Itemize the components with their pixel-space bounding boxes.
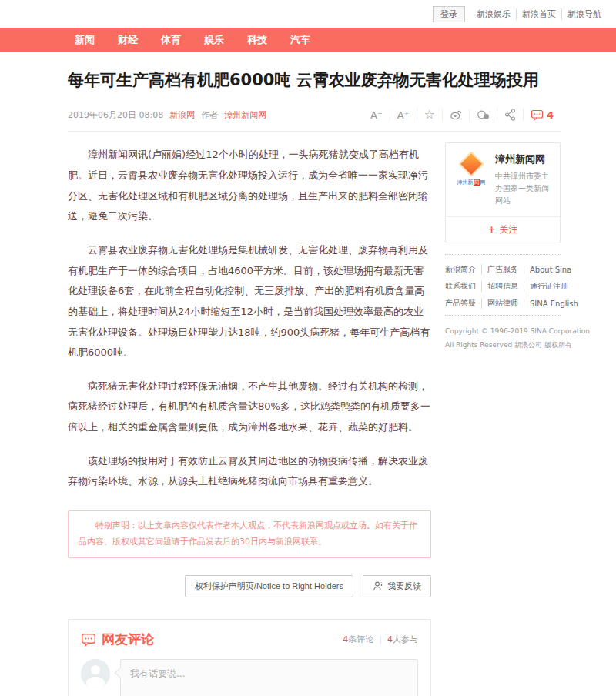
main-nav: 新闻 财经 体育 娱乐 科技 汽车	[0, 28, 616, 52]
feedback-button[interactable]: 我要反馈	[363, 575, 431, 597]
login-button[interactable]: 登录	[433, 6, 465, 22]
participants-count: 4	[387, 634, 393, 644]
page-title: 每年可生产高档有机肥6000吨 云霄农业废弃物无害化处理场投用	[68, 69, 561, 92]
link-contact-us[interactable]: 联系我们	[445, 281, 481, 292]
comments-stats: 4条评论|4人参与	[343, 634, 418, 645]
columns: 漳州新闻网讯(卢丽娟)经过12个小时的处理，一头病死猪就变成了高档有机肥。近日，…	[68, 132, 561, 696]
source-card: 漳州新闻网 漳州新闻网 中共漳州市委主办国家一类新闻网站 +关注	[445, 142, 561, 243]
default-user-avatar	[81, 659, 110, 688]
article-meta: 2019年06月20日 08:08 新浪网 作者 漳州新闻网 A⁻ A⁺ ☆	[68, 109, 561, 132]
link-passport-register[interactable]: 通行证注册	[524, 281, 574, 292]
follow-button[interactable]: +关注	[446, 216, 560, 243]
comment-input-wrap	[120, 659, 418, 696]
favorite-star-icon[interactable]: ☆	[417, 109, 442, 121]
link-site-lawyer[interactable]: 网站律师	[481, 298, 524, 309]
nav-item-ent[interactable]: 娱乐	[192, 33, 236, 47]
top-bar: 登录 新浪娱乐 新浪首页 新浪导航	[0, 0, 616, 28]
person-feedback-icon	[373, 581, 383, 591]
article-toolbar: A⁻ A⁺ ☆	[363, 109, 561, 121]
article-source-link[interactable]: 新浪网	[169, 109, 195, 121]
special-statement: 特别声明：以上文章内容仅代表作者本人观点，不代表新浪网观点或立场。如有关于作品内…	[68, 510, 431, 558]
zhangzhou-news-logo[interactable]: 漳州新闻网	[454, 152, 489, 207]
nav-item-sports[interactable]: 体育	[149, 33, 192, 47]
author-label: 作者	[201, 109, 218, 121]
copyright: Copyright © 1996-2019 SINA Corporation A…	[445, 325, 561, 351]
comments-header: 网友评论 4条评论|4人参与	[81, 631, 418, 648]
font-decrease-icon[interactable]: A⁻	[363, 110, 390, 120]
link-about-sina[interactable]: About Sina	[524, 266, 577, 274]
article-paragraph: 病死猪无害化处理过程环保无油烟，不产生其他废物。经过有关机构的检测，病死猪经过处…	[68, 376, 431, 438]
comments-title: 网友评论	[81, 631, 154, 648]
top-links: 新浪娱乐 新浪首页 新浪导航	[471, 8, 607, 20]
plus-icon: +	[487, 224, 495, 235]
link-ad-service[interactable]: 广告服务	[481, 264, 524, 275]
font-increase-icon[interactable]: A⁺	[390, 110, 417, 120]
article-actions: 权利保护声明页/Notice to Right Holders 我要反馈	[68, 575, 431, 597]
article-author-link[interactable]: 漳州新闻网	[224, 109, 266, 121]
sidebar-links: 新浪简介 广告服务 About Sina 联系我们 招聘信息 通行证注册 产品答…	[445, 254, 561, 316]
link-jobs[interactable]: 招聘信息	[481, 281, 524, 292]
nav-item-finance[interactable]: 财经	[106, 33, 149, 47]
main-column: 漳州新闻网讯(卢丽娟)经过12个小时的处理，一头病死猪就变成了高档有机肥。近日，…	[68, 132, 431, 696]
link-sina-intro[interactable]: 新浪简介	[445, 264, 481, 275]
comments-card: 网友评论 4条评论|4人参与 登录 | 注册 发布	[68, 619, 431, 696]
rights-notice-button[interactable]: 权利保护声明页/Notice to Right Holders	[185, 575, 353, 597]
content-container: 每年可生产高档有机肥6000吨 云霄农业废弃物无害化处理场投用 2019年06月…	[68, 52, 561, 696]
comment-bubble-icon	[81, 632, 96, 647]
source-card-desc: 中共漳州市委主办国家一类新闻网站	[495, 170, 552, 207]
nav-item-tech[interactable]: 科技	[236, 33, 279, 47]
article-paragraph: 该处理场的投用对于有效防止云霄及其周边地区的动物疫病传播，解决农业废弃物污染环境…	[68, 451, 431, 492]
link-sina-home[interactable]: 新浪首页	[516, 8, 561, 20]
link-sina-nav[interactable]: 新浪导航	[561, 8, 607, 20]
nav-item-news[interactable]: 新闻	[63, 33, 106, 47]
nav-item-auto[interactable]: 汽车	[279, 33, 322, 47]
link-sina-english[interactable]: SINA English	[524, 299, 584, 308]
comment-count-badge: 4	[547, 110, 554, 120]
comment-compose-row	[81, 659, 418, 696]
link-product-faq[interactable]: 产品答疑	[445, 298, 481, 309]
share-nodes-icon[interactable]	[497, 109, 523, 121]
link-sina-ent[interactable]: 新浪娱乐	[471, 8, 516, 20]
article-body: 漳州新闻网讯(卢丽娟)经过12个小时的处理，一头病死猪就变成了高档有机肥。近日，…	[68, 145, 431, 492]
sidebar: 漳州新闻网 漳州新闻网 中共漳州市委主办国家一类新闻网站 +关注 新浪简介 广告…	[445, 132, 561, 351]
wechat-share-icon[interactable]	[469, 109, 497, 121]
comment-input[interactable]	[120, 659, 418, 696]
article-paragraph: 漳州新闻网讯(卢丽娟)经过12个小时的处理，一头病死猪就变成了高档有机肥。近日，…	[68, 145, 431, 227]
logo-diamond-icon	[458, 151, 484, 177]
article-date: 2019年06月20日 08:08	[68, 109, 163, 121]
comment-count-icon[interactable]: 4	[523, 109, 561, 121]
article-paragraph: 云霄县农业废弃物无害化处理场是集机械研发、无害化处理、废弃物再利用及有机肥生产于…	[68, 240, 431, 363]
weibo-share-icon[interactable]	[442, 109, 469, 121]
source-card-title[interactable]: 漳州新闻网	[495, 152, 552, 166]
